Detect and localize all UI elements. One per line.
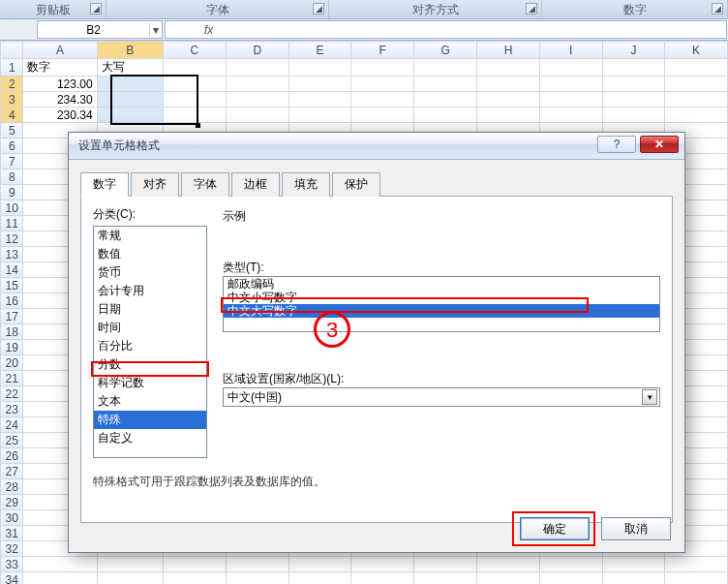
chevron-down-icon[interactable]: ▾ — [642, 389, 657, 405]
dialog-tabs: 数字对齐字体边框填充保护 — [80, 171, 673, 196]
locale-combobox[interactable]: 中文(中国) ▾ — [223, 387, 660, 407]
format-cells-dialog: 设置单元格格式 ? ✕ 数字对齐字体边框填充保护 分类(C): 常规数值货币会计… — [68, 132, 685, 553]
dialog-tab[interactable]: 字体 — [181, 172, 229, 197]
category-item[interactable]: 百分比 — [94, 337, 206, 355]
category-item[interactable]: 自定义 — [94, 429, 206, 447]
type-item[interactable]: 邮政编码 — [224, 277, 659, 291]
tab-panel-number: 分类(C): 常规数值货币会计专用日期时间百分比分数科学记数文本特殊自定义 示例… — [80, 196, 673, 523]
category-listbox[interactable]: 常规数值货币会计专用日期时间百分比分数科学记数文本特殊自定义 — [93, 226, 207, 458]
dialog-tab[interactable]: 对齐 — [131, 172, 179, 197]
type-listbox[interactable]: 邮政编码中文小写数字中文大写数字 — [223, 276, 660, 332]
dialog-tab[interactable]: 数字 — [80, 172, 129, 197]
type-label: 类型(T): — [223, 260, 660, 276]
example-value — [223, 225, 660, 254]
category-item[interactable]: 时间 — [94, 319, 206, 337]
type-item[interactable]: 中文小写数字 — [224, 291, 659, 304]
close-icon: ✕ — [654, 138, 664, 151]
format-note: 特殊格式可用于跟踪数据列表及数据库的值。 — [93, 474, 325, 490]
example-label: 示例 — [223, 208, 660, 225]
category-item[interactable]: 数值 — [94, 245, 206, 263]
right-pane: 示例 类型(T): 邮政编码中文小写数字中文大写数字 3 区域设置(国家/地区)… — [223, 208, 660, 407]
locale-value: 中文(中国) — [228, 389, 282, 406]
category-item[interactable]: 日期 — [94, 300, 206, 319]
dialog-tab[interactable]: 边框 — [231, 172, 280, 197]
category-item[interactable]: 科学记数 — [94, 374, 206, 392]
category-item[interactable]: 常规 — [94, 227, 206, 245]
category-item[interactable]: 会计专用 — [94, 282, 206, 300]
locale-label: 区域设置(国家/地区)(L): — [223, 371, 660, 387]
dialog-tab[interactable]: 保护 — [332, 172, 380, 197]
dialog-backdrop: 设置单元格格式 ? ✕ 数字对齐字体边框填充保护 分类(C): 常规数值货币会计… — [0, 0, 728, 584]
dialog-help-button[interactable]: ? — [597, 136, 636, 153]
dialog-close-button[interactable]: ✕ — [640, 136, 679, 153]
dialog-body: 数字对齐字体边框填充保护 分类(C): 常规数值货币会计专用日期时间百分比分数科… — [69, 160, 684, 552]
type-item[interactable]: 中文大写数字 — [224, 304, 659, 318]
category-item[interactable]: 货币 — [94, 263, 206, 282]
dialog-button-row: 确定 取消 — [520, 517, 671, 540]
dialog-title: 设置单元格格式 — [78, 138, 160, 154]
category-item[interactable]: 文本 — [94, 392, 206, 411]
category-item[interactable]: 分数 — [94, 355, 206, 374]
dialog-tab[interactable]: 填充 — [282, 172, 330, 197]
category-item[interactable]: 特殊 — [94, 411, 206, 429]
help-icon: ? — [614, 138, 621, 151]
cancel-button[interactable]: 取消 — [601, 517, 671, 540]
ok-button[interactable]: 确定 — [520, 517, 590, 540]
dialog-titlebar[interactable]: 设置单元格格式 ? ✕ — [69, 133, 684, 160]
